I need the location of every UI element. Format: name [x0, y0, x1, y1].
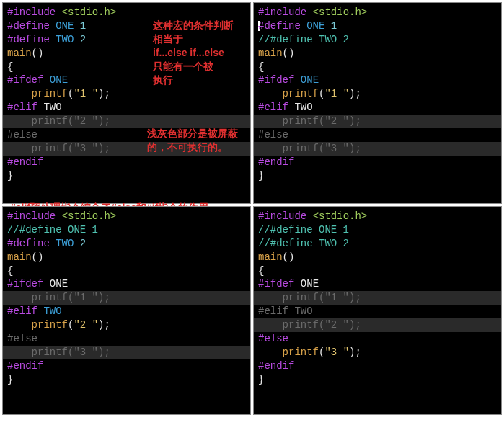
macro-two: TWO — [56, 238, 74, 249]
brace: } — [258, 373, 497, 387]
str-3: "3 " — [324, 346, 349, 358]
kw-endif: #endif — [258, 156, 294, 168]
kw-include: #include — [7, 6, 56, 18]
kw-ifdef: #ifdef — [7, 278, 43, 290]
kw-include: #include — [258, 210, 306, 222]
fn-main: main — [7, 251, 32, 263]
kw-endif: #endif — [7, 360, 43, 372]
paren: ( — [32, 48, 37, 59]
paren: ) — [288, 251, 294, 263]
disabled-line: printf("3 "); — [258, 142, 497, 156]
fn-printf: printf — [283, 346, 319, 358]
header-stdio: <stdio.h> — [62, 210, 117, 222]
macro-one: ONE — [50, 278, 68, 290]
macro-two: TWO — [294, 102, 312, 113]
kw-else: #else — [258, 333, 288, 344]
brace: } — [7, 169, 246, 183]
macro-two: TWO — [43, 305, 61, 317]
brace: } — [258, 169, 497, 183]
num-2: 2 — [80, 238, 86, 249]
macro-one: ONE — [306, 20, 324, 32]
kw-elif: #elif — [7, 102, 37, 113]
paren: ) — [288, 48, 294, 59]
macro-two: TWO — [56, 34, 74, 45]
disabled-line: printf("1 "); — [258, 291, 497, 305]
macro-one: ONE — [50, 74, 68, 86]
comment-one: //#define ONE 1 — [7, 224, 98, 236]
brace: } — [7, 373, 246, 387]
str-2: "2 " — [74, 319, 98, 331]
paren: ( — [283, 48, 288, 59]
kw-define: #define — [7, 20, 50, 32]
num-1: 1 — [80, 20, 86, 32]
kw-ifdef: #ifdef — [258, 278, 294, 290]
paren: ) — [37, 48, 43, 59]
paren: ( — [283, 251, 288, 263]
macro-one: ONE — [56, 20, 74, 32]
fn-main: main — [258, 251, 283, 263]
comment-two: //#define TWO 2 — [258, 34, 349, 45]
disabled-elif: #elif TWO — [258, 305, 497, 318]
macro-two: TWO — [43, 102, 61, 113]
kw-define: #define — [258, 20, 301, 32]
comment-one: //#define ONE 1 — [258, 224, 349, 236]
disabled-line: printf("3 "); — [7, 346, 246, 359]
paren: ) — [37, 251, 43, 263]
fn-printf: printf — [283, 88, 319, 99]
brace: { — [7, 264, 246, 278]
kw-endif: #endif — [258, 360, 294, 372]
comment-two: //#define TWO 2 — [258, 238, 349, 249]
kw-include: #include — [258, 6, 306, 18]
annotation-conditional: 这种宏的条件判断 相当于 if...else if...else 只能有一个被 … — [153, 19, 268, 86]
disabled-line: printf("2 "); — [258, 318, 497, 332]
str-1: "1 " — [74, 88, 98, 99]
code-pane-2: #include <stdio.h> #define ONE 1 //#defi… — [253, 2, 502, 204]
fn-printf: printf — [32, 88, 68, 99]
kw-else-dim: #else — [7, 332, 246, 346]
header-stdio: <stdio.h> — [313, 210, 368, 222]
header-stdio: <stdio.h> — [62, 6, 117, 18]
bottom-row: #include <stdio.h> //#define ONE 1 #defi… — [2, 206, 502, 415]
kw-elif: #elif — [258, 102, 288, 113]
fn-main: main — [258, 48, 283, 59]
kw-endif: #endif — [7, 156, 43, 168]
num-1: 1 — [331, 20, 337, 32]
kw-else-dim: #else — [258, 128, 497, 142]
semicolon: ; — [355, 88, 361, 99]
macro-one: ONE — [301, 74, 319, 86]
kw-define: #define — [7, 34, 50, 45]
header-stdio: <stdio.h> — [313, 6, 368, 18]
kw-elif: #elif — [7, 305, 37, 317]
code-pane-4: #include <stdio.h> //#define ONE 1 //#de… — [253, 206, 502, 415]
kw-define: #define — [7, 238, 50, 249]
code-pane-1: #include <stdio.h> #define ONE 1 #define… — [2, 2, 251, 204]
semicolon: ; — [104, 319, 110, 331]
macro-one: ONE — [301, 278, 319, 290]
paren: ( — [32, 251, 37, 263]
str-1: "1 " — [324, 88, 349, 99]
kw-include: #include — [7, 210, 56, 222]
semicolon: ; — [104, 88, 110, 99]
top-row: #include <stdio.h> #define ONE 1 #define… — [2, 2, 502, 204]
disabled-line: printf("2 "); — [258, 115, 497, 128]
kw-ifdef: #ifdef — [7, 74, 43, 86]
disabled-line: printf("1 "); — [7, 291, 246, 305]
fn-main: main — [7, 48, 32, 59]
brace: { — [258, 264, 497, 278]
kw-ifdef: #ifdef — [258, 74, 294, 86]
semicolon: ; — [355, 346, 361, 358]
num-2: 2 — [80, 34, 86, 45]
brace: { — [258, 61, 497, 74]
code-pane-3: #include <stdio.h> //#define ONE 1 #defi… — [2, 206, 251, 415]
fn-printf: printf — [32, 319, 68, 331]
